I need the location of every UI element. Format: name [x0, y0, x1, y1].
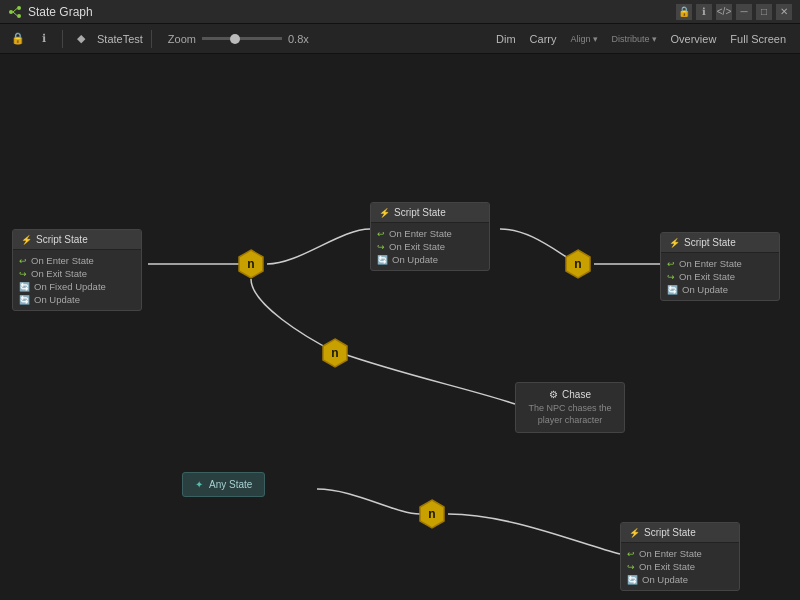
svg-text:n: n — [331, 346, 338, 360]
node-3-item-3: 🔄 On Update — [667, 283, 773, 296]
script-icon-4: ⚡ — [629, 528, 640, 538]
svg-point-2 — [17, 14, 21, 18]
zoom-label: Zoom — [168, 33, 196, 45]
node-4-body: ↩ On Enter State ↪ On Exit State 🔄 On Up… — [621, 543, 739, 590]
script-state-node-1[interactable]: ⚡ Script State ↩ On Enter State ↪ On Exi… — [12, 229, 142, 311]
dim-button[interactable]: Dim — [490, 31, 522, 47]
breadcrumb-icon: ◆ — [71, 29, 91, 49]
node-2-item-1: ↩ On Enter State — [377, 227, 483, 240]
node-2-body: ↩ On Enter State ↪ On Exit State 🔄 On Up… — [371, 223, 489, 270]
node-1-title: Script State — [36, 234, 88, 245]
svg-line-3 — [13, 8, 17, 12]
node-1-body: ↩ On Enter State ↪ On Exit State 🔄 On Fi… — [13, 250, 141, 310]
chase-desc: The NPC chases the player character — [526, 403, 614, 426]
chase-node[interactable]: ⚙ Chase The NPC chases the player charac… — [515, 382, 625, 433]
node-2-title: Script State — [394, 207, 446, 218]
chase-title: ⚙ Chase — [526, 389, 614, 400]
any-state-icon: ✦ — [195, 479, 203, 490]
script-icon-1: ⚡ — [21, 235, 32, 245]
info-button[interactable]: ℹ — [696, 4, 712, 20]
node-3-title: Script State — [684, 237, 736, 248]
node-4-item-3: 🔄 On Update — [627, 573, 733, 586]
chase-icon: ⚙ — [549, 389, 558, 400]
svg-line-4 — [13, 12, 17, 16]
node-2-item-3: 🔄 On Update — [377, 253, 483, 266]
node-1-item-4: 🔄 On Update — [19, 293, 135, 306]
info-toolbar-btn[interactable]: ℹ — [34, 29, 54, 49]
node-3-body: ↩ On Enter State ↪ On Exit State 🔄 On Up… — [661, 253, 779, 300]
node-2-item-2: ↪ On Exit State — [377, 240, 483, 253]
lock-button[interactable]: 🔒 — [676, 4, 692, 20]
connections-layer — [0, 54, 800, 600]
node-3-item-1: ↩ On Enter State — [667, 257, 773, 270]
script-state-node-4[interactable]: ⚡ Script State ↩ On Enter State ↪ On Exi… — [620, 522, 740, 591]
node-3-item-2: ↪ On Exit State — [667, 270, 773, 283]
distribute-button[interactable]: Distribute ▾ — [606, 32, 663, 46]
overview-button[interactable]: Overview — [665, 31, 723, 47]
zoom-value: 0.8x — [288, 33, 309, 45]
svg-text:n: n — [247, 257, 254, 271]
lock-toolbar-btn[interactable]: 🔒 — [8, 29, 28, 49]
toolbar-sep-1 — [62, 30, 63, 48]
close-button[interactable]: ✕ — [776, 4, 792, 20]
node-4-item-1: ↩ On Enter State — [627, 547, 733, 560]
toolbar-right: Dim Carry Align ▾ Distribute ▾ Overview … — [490, 31, 792, 47]
title-bar: State Graph 🔒 ℹ </> ─ □ ✕ — [0, 0, 800, 24]
state-graph-icon — [8, 5, 22, 19]
node-1-header: ⚡ Script State — [13, 230, 141, 250]
toolbar-sep-2 — [151, 30, 152, 48]
script-icon-3: ⚡ — [669, 238, 680, 248]
connector-node-3[interactable]: n — [562, 248, 594, 280]
script-state-node-2[interactable]: ⚡ Script State ↩ On Enter State ↪ On Exi… — [370, 202, 490, 271]
svg-text:n: n — [428, 507, 435, 521]
node-4-item-2: ↪ On Exit State — [627, 560, 733, 573]
carry-button[interactable]: Carry — [524, 31, 563, 47]
node-3-header: ⚡ Script State — [661, 233, 779, 253]
connector-node-2[interactable]: n — [319, 337, 351, 369]
maximize-button[interactable]: □ — [756, 4, 772, 20]
node-4-header: ⚡ Script State — [621, 523, 739, 543]
connector-node-4[interactable]: n — [416, 498, 448, 530]
fullscreen-button[interactable]: Full Screen — [724, 31, 792, 47]
node-2-header: ⚡ Script State — [371, 203, 489, 223]
breadcrumb-label: StateTest — [97, 33, 143, 45]
breadcrumb: StateTest — [97, 33, 143, 45]
node-4-title: Script State — [644, 527, 696, 538]
window-title: State Graph — [28, 5, 93, 19]
script-icon-2: ⚡ — [379, 208, 390, 218]
title-controls: 🔒 ℹ </> ─ □ ✕ — [676, 4, 792, 20]
any-state-label: Any State — [209, 479, 252, 490]
svg-point-0 — [9, 10, 13, 14]
node-1-item-2: ↪ On Exit State — [19, 267, 135, 280]
svg-text:n: n — [574, 257, 581, 271]
connector-node-1[interactable]: n — [235, 248, 267, 280]
svg-point-1 — [17, 6, 21, 10]
zoom-control: 0.8x — [202, 33, 309, 45]
any-state-node[interactable]: ✦ Any State — [182, 472, 265, 497]
script-state-node-3[interactable]: ⚡ Script State ↩ On Enter State ↪ On Exi… — [660, 232, 780, 301]
code-button[interactable]: </> — [716, 4, 732, 20]
canvas[interactable]: ⚡ Script State ↩ On Enter State ↪ On Exi… — [0, 54, 800, 600]
node-1-item-3: 🔄 On Fixed Update — [19, 280, 135, 293]
zoom-slider[interactable] — [202, 37, 282, 40]
node-1-item-1: ↩ On Enter State — [19, 254, 135, 267]
minimize-button[interactable]: ─ — [736, 4, 752, 20]
toolbar: 🔒 ℹ ◆ StateTest Zoom 0.8x Dim Carry Alig… — [0, 24, 800, 54]
align-button[interactable]: Align ▾ — [564, 32, 603, 46]
